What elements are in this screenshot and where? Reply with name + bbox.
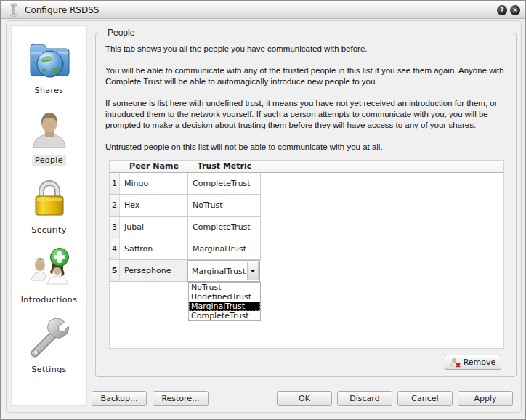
sidebar-item-security[interactable]: Security [12, 176, 86, 246]
sidebar-item-people[interactable]: People [12, 106, 86, 176]
combobox-dropdown-button[interactable] [247, 262, 259, 280]
sidebar-item-label: Security [28, 225, 69, 235]
backup-button-label: Backup... [101, 394, 138, 403]
people-groupbox: People This tab shows you all the people… [95, 33, 517, 377]
peer-name-cell[interactable]: Hex [120, 195, 188, 217]
restore-button-label: Restore... [161, 394, 199, 403]
window-title: Configure RSDSS [25, 5, 99, 15]
sidebar-item-label: Introductions [18, 294, 81, 305]
trust-metric-cell[interactable]: CompleteTrust [188, 173, 261, 195]
table-row-selected[interactable]: 5 Persephone MarginalTrust [110, 260, 503, 282]
sidebar-item-settings[interactable]: Settings [12, 315, 86, 385]
row-number: 4 [110, 238, 120, 260]
shares-folder-globe-icon [26, 36, 73, 83]
sidebar-item-shares[interactable]: Shares [12, 36, 86, 106]
dropdown-option-highlighted[interactable]: MarginalTrust [189, 302, 260, 311]
cancel-button-label: Cancel [411, 394, 438, 403]
row-number-header [110, 161, 120, 172]
sidebar-item-label: Settings [28, 364, 69, 375]
help-button[interactable]: ? [497, 5, 507, 15]
people-plus-icon [26, 246, 73, 292]
wrench-icon [26, 315, 73, 362]
ok-button[interactable]: OK [277, 391, 332, 406]
table-row[interactable]: 4 Saffron MarginalTrust [110, 238, 503, 260]
title-bar: Configure RSDSS ? ✕ [1, 1, 525, 19]
remove-button-label: Remove [464, 358, 496, 367]
row-number: 3 [110, 217, 120, 238]
ok-button-label: OK [299, 394, 310, 403]
row-number: 1 [110, 173, 120, 195]
padlock-icon [26, 176, 73, 222]
remove-person-icon [450, 358, 461, 368]
apply-button-label: Apply [474, 394, 496, 403]
sidebar-item-label: People [32, 155, 66, 166]
trust-metric-cell[interactable]: NoTrust [188, 195, 261, 217]
trust-metric-cell[interactable]: CompleteTrust [188, 217, 261, 238]
paragraph: If someone is list here with undefined t… [105, 98, 509, 131]
sidebar-item-introductions[interactable]: Introductions [12, 246, 86, 315]
trust-metric-cell[interactable]: MarginalTrust [188, 238, 261, 260]
discard-button-label: Discard [349, 394, 379, 403]
description-text: This tab shows you all the people you ha… [105, 44, 509, 163]
trust-metric-dropdown-list: NoTrust UndefinedTrust MarginalTrust Com… [188, 282, 261, 321]
discard-button[interactable]: Discard [337, 391, 392, 406]
apply-button[interactable]: Apply [458, 391, 513, 406]
row-number: 2 [110, 195, 120, 217]
table-row[interactable]: 3 Jubal CompleteTrust [110, 217, 503, 238]
dropdown-option[interactable]: UndefinedTrust [189, 292, 260, 302]
table-header-row: Peer Name Trust Metric [110, 161, 503, 173]
dropdown-option[interactable]: NoTrust [189, 283, 260, 292]
peer-name-cell[interactable]: Jubal [120, 217, 188, 238]
close-button[interactable]: ✕ [510, 5, 520, 15]
paragraph: This tab shows you all the people you ha… [105, 44, 509, 54]
sidebar-item-label: Shares [32, 85, 67, 96]
backup-button[interactable]: Backup... [92, 391, 147, 406]
peer-name-header[interactable]: Peer Name [120, 161, 188, 172]
paragraph: Untrusted people on this list will not b… [105, 142, 509, 153]
person-icon [26, 106, 73, 153]
table-row[interactable]: 1 Mingo CompleteTrust [110, 173, 503, 195]
table-row[interactable]: 2 Hex NoTrust [110, 195, 503, 217]
dropdown-option[interactable]: CompleteTrust [189, 311, 260, 320]
restore-button[interactable]: Restore... [153, 391, 209, 406]
cancel-button[interactable]: Cancel [397, 391, 453, 406]
groupbox-title: People [105, 28, 137, 38]
configure-rsdss-window: Configure RSDSS ? ✕ [0, 0, 526, 420]
peer-table: Peer Name Trust Metric 1 Mingo CompleteT… [109, 160, 504, 349]
peer-name-cell[interactable]: Mingo [120, 173, 188, 195]
app-icon [7, 3, 20, 17]
combobox-value: MarginalTrust [188, 267, 247, 276]
remove-button[interactable]: Remove [445, 355, 501, 370]
paragraph: You will be able to communicate with any… [105, 65, 509, 87]
trust-metric-header[interactable]: Trust Metric [188, 161, 261, 172]
peer-name-cell[interactable]: Saffron [120, 238, 188, 260]
row-number: 5 [110, 260, 120, 282]
chevron-down-icon [250, 270, 256, 272]
peer-name-cell[interactable]: Persephone [120, 260, 188, 282]
sidebar: Shares People [11, 25, 87, 406]
trust-metric-combobox[interactable]: MarginalTrust [187, 260, 260, 282]
